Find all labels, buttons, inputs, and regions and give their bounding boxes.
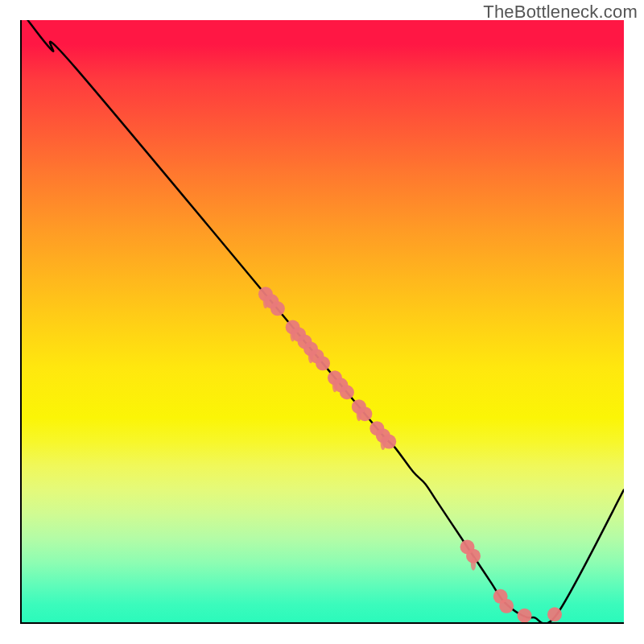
plot-area <box>20 20 624 624</box>
curve-markers <box>258 287 562 622</box>
chart-container: TheBottleneck.com <box>0 0 644 644</box>
watermark-text: TheBottleneck.com <box>483 2 638 23</box>
curve-marker <box>382 435 396 449</box>
curve-marker <box>547 607 562 621</box>
curve-marker <box>316 356 330 370</box>
curve-marker <box>270 301 285 316</box>
bottleneck-curve <box>27 20 624 622</box>
bottleneck-curve-path <box>27 20 624 622</box>
curve-marker <box>340 385 354 399</box>
curve-marker <box>499 599 514 613</box>
curve-marker-drip <box>471 558 476 571</box>
curve-marker <box>357 407 372 421</box>
chart-overlay <box>22 20 624 622</box>
